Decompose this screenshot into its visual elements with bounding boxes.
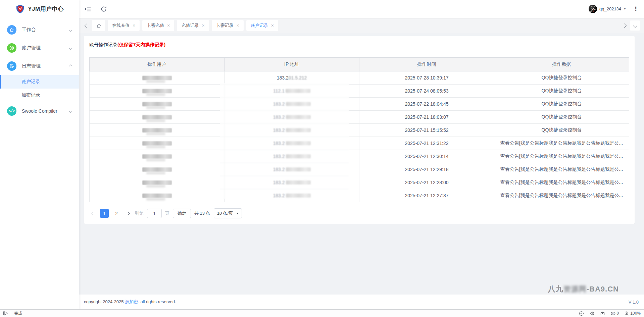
column-header-ip: IP 地址 [225, 58, 359, 71]
sidebar-item-swoole-compiler[interactable]: </> Swoole Compiler [0, 102, 79, 120]
table-row: 183.2 2025-07-21 12:28:00 查看公告[我是公告标题我是公… [90, 176, 629, 189]
operation-time: 2025-07-21 12:28:00 [359, 176, 494, 189]
operation-time: 2025-07-21 15:15:52 [359, 124, 494, 137]
total-count: 共 13 条 [194, 210, 210, 216]
vendor-link[interactable]: 源加密 [125, 299, 138, 304]
operation-time: 2025-07-21 18:03:07 [359, 111, 494, 124]
page-title: 账号操作记录(仅保留7天内操作记录) [89, 41, 629, 48]
home-icon [7, 25, 16, 35]
redacted-ip: 01.5.212 [289, 75, 307, 81]
redacted-ip [286, 141, 311, 145]
username: qq_202134 [599, 6, 621, 11]
table-row: 183.2 2025-07-21 12:27:37 查看公告[我是公告标题我是公… [90, 189, 629, 202]
redacted-username [142, 154, 172, 159]
sidebar-subitem-label: 加密记录 [21, 92, 40, 98]
tab-home[interactable] [92, 20, 105, 31]
sidebar-item-encryption-records[interactable]: 加密记录 [0, 89, 79, 102]
operation-time: 2025-07-24 08:05:53 [359, 85, 494, 98]
sidebar-item-label: Swoole Compiler [22, 108, 69, 114]
play-debug-icon[interactable] [3, 311, 8, 316]
tabs-scroll-right-button[interactable] [622, 23, 627, 29]
per-page-select[interactable]: 10 条/页 ▼ [214, 208, 242, 218]
column-header-user: 操作用户 [90, 58, 225, 71]
browser-status-bar: 完成 AD 0 100% [0, 309, 644, 317]
tab-card-records[interactable]: 卡密记录 × [212, 20, 244, 31]
table-row: 183.2 2025-07-21 12:30:14 查看公告[我是公告标题我是公… [90, 150, 629, 163]
pagination-page-2[interactable]: 2 [112, 209, 121, 218]
tab-close-icon[interactable]: × [133, 23, 135, 28]
pagination: 1 2 到第 页 确定 共 13 条 10 条/页 ▼ [89, 208, 629, 218]
tab-close-icon[interactable]: × [167, 23, 170, 28]
sidebar-item-label: 日志管理 [22, 63, 69, 69]
ad-blocker-icon[interactable]: AD 0 [610, 311, 619, 316]
table-header-row: 操作用户 IP 地址 操作时间 操作数据 [90, 58, 629, 71]
redacted-username [142, 128, 172, 133]
zoom-level: 100% [630, 311, 641, 316]
redacted-ip [286, 180, 311, 184]
main-area: qq_202134 ▼ ⋮ 在线充值 × 卡密充值 × 充值记录 [79, 0, 644, 309]
pagination-page-1[interactable]: 1 [100, 209, 109, 218]
ad-count: 0 [617, 311, 619, 316]
zoom-level-control[interactable]: 100% [624, 311, 641, 316]
sidebar-item-account-management[interactable]: 账户管理 [0, 39, 79, 57]
sidebar-item-account-records[interactable]: 账户记录 [0, 75, 79, 89]
tab-card-recharge[interactable]: 卡密充值 × [142, 20, 174, 31]
sidebar-item-workbench[interactable]: 工作台 [0, 21, 79, 39]
tab-close-icon[interactable]: × [202, 23, 204, 28]
chevron-up-icon [69, 64, 72, 68]
operation-data: QQ快捷登录控制台 [494, 124, 629, 137]
tab-recharge-records[interactable]: 充值记录 × [177, 20, 209, 31]
avatar [589, 5, 597, 13]
redacted-username [142, 141, 172, 146]
statusbar-divider [11, 311, 11, 316]
code-icon: </> [7, 106, 16, 116]
redacted-ip [286, 154, 311, 158]
pagination-next-button[interactable] [124, 209, 132, 218]
tab-online-recharge[interactable]: 在线充值 × [108, 20, 140, 31]
redacted-username [142, 115, 172, 119]
sound-icon[interactable] [589, 311, 595, 316]
sidebar-fold-icon[interactable] [84, 5, 92, 13]
redacted-username [142, 194, 172, 198]
user-menu[interactable]: qq_202134 ▼ [589, 5, 626, 13]
redacted-ip [286, 89, 310, 93]
account-icon [7, 43, 16, 53]
app-window: YJM用户中心 工作台 账户管理 [0, 0, 644, 317]
more-menu-icon[interactable]: ⋮ [633, 6, 639, 12]
table-row: 183.2 2025-07-21 12:29:18 查看公告[我是公告标题我是公… [90, 163, 629, 176]
operation-data: 查看公告[我是公告标题我是公告标题我是公告标题我是公... [494, 189, 629, 202]
table-row: 183.2 2025-07-21 12:31:22 查看公告[我是公告标题我是公… [90, 137, 629, 150]
status-text: 完成 [14, 311, 22, 316]
operation-time: 2025-07-21 12:30:14 [359, 150, 494, 163]
sidebar-item-log-management[interactable]: 日志管理 [0, 57, 79, 75]
sidebar-menu: 工作台 账户管理 [0, 21, 79, 120]
logo-shield-icon [15, 4, 25, 14]
operation-data: 查看公告[我是公告标题我是公告标题我是公告标题我是公... [494, 137, 629, 150]
operation-data: 查看公告[我是公告标题我是公告标题我是公告标题我是公... [494, 163, 629, 176]
refresh-icon[interactable] [100, 5, 107, 13]
pagination-prev-button[interactable] [89, 209, 97, 218]
svg-text:AD: AD [612, 312, 614, 314]
tabs-menu-button[interactable] [630, 20, 640, 31]
table-row: 183.201.5.212 2025-07-28 10:39:17 QQ快捷登录… [90, 71, 629, 85]
sidebar-subitem-label: 账户记录 [21, 79, 40, 85]
operation-time: 2025-07-21 12:27:37 [359, 189, 494, 202]
goto-page-input[interactable] [147, 209, 162, 218]
watermark: 八九资源网-BA9.CN [548, 284, 619, 294]
redacted-ip [286, 102, 311, 106]
operation-time: 2025-07-21 12:29:18 [359, 163, 494, 176]
toolbox-icon[interactable] [600, 311, 605, 316]
security-check-icon[interactable] [579, 311, 584, 316]
confirm-button[interactable]: 确定 [173, 209, 191, 218]
redacted-ip [286, 194, 311, 198]
tab-close-icon[interactable]: × [271, 23, 274, 28]
tabs-scroll-left-button[interactable] [84, 23, 90, 29]
tab-account-records[interactable]: 账户记录 × [246, 20, 278, 31]
tab-close-icon[interactable]: × [237, 23, 239, 28]
home-icon [96, 23, 102, 29]
redacted-username [142, 76, 172, 80]
page-label: 页 [165, 210, 169, 216]
operation-data: QQ快捷登录控制台 [494, 85, 629, 98]
operation-data: QQ快捷登录控制台 [494, 98, 629, 111]
table-row: 112.1 2025-07-24 08:05:53 QQ快捷登录控制台 [90, 85, 629, 98]
